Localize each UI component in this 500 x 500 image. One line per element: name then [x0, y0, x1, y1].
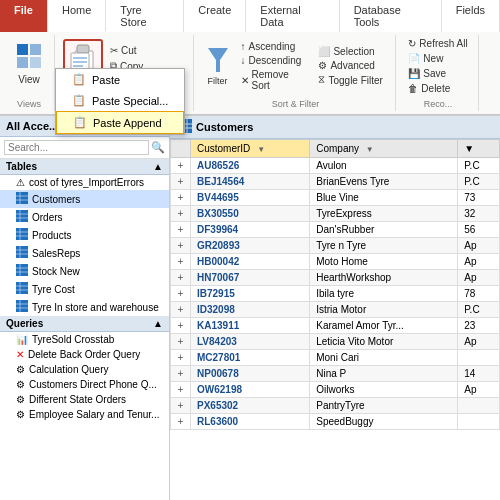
- expand-icon[interactable]: +: [178, 240, 184, 251]
- refresh-all-button[interactable]: ↻ Refresh All: [404, 37, 471, 50]
- expand-icon[interactable]: +: [178, 192, 184, 203]
- context-paste-special[interactable]: 📋 Paste Special...: [56, 90, 184, 111]
- salesreps-icon: [16, 246, 28, 260]
- expand-cell[interactable]: +: [171, 190, 191, 206]
- extra-cell: Ap: [458, 254, 500, 270]
- customerid-header[interactable]: CustomerID ▼: [191, 140, 310, 158]
- expand-icon[interactable]: +: [178, 304, 184, 315]
- nav-item-orders[interactable]: Orders: [0, 208, 169, 226]
- toggle-filter-icon: ⧖: [318, 74, 325, 86]
- expand-cell[interactable]: +: [171, 398, 191, 414]
- expand-cell[interactable]: +: [171, 222, 191, 238]
- expand-icon[interactable]: +: [178, 288, 184, 299]
- expand-icon[interactable]: +: [178, 176, 184, 187]
- nav-item-tyresold-crosstab[interactable]: 📊 TyreSold Crosstab: [0, 332, 169, 347]
- extra-col-header[interactable]: ▼: [458, 140, 500, 158]
- nav-search-input[interactable]: [4, 140, 149, 155]
- expand-cell[interactable]: +: [171, 158, 191, 174]
- view-button[interactable]: View: [10, 37, 48, 89]
- search-icon[interactable]: 🔍: [151, 141, 165, 154]
- expand-cell[interactable]: +: [171, 382, 191, 398]
- nav-item-delete-backorder[interactable]: ✕ Delete Back Order Query: [0, 347, 169, 362]
- svg-rect-1: [30, 44, 41, 55]
- nav-item-different-state[interactable]: ⚙ Different State Orders: [0, 392, 169, 407]
- nav-item-employee-salary[interactable]: ⚙ Employee Salary and Tenur...: [0, 407, 169, 422]
- expand-cell[interactable]: +: [171, 318, 191, 334]
- nav-item-products[interactable]: Products: [0, 226, 169, 244]
- company-cell: Moni Cari: [310, 350, 458, 366]
- expand-icon[interactable]: +: [178, 224, 184, 235]
- expand-icon[interactable]: +: [178, 416, 184, 427]
- tab-external-data[interactable]: External Data: [246, 0, 339, 32]
- context-paste[interactable]: 📋 Paste: [56, 69, 184, 90]
- company-filter-arrow[interactable]: ▼: [366, 145, 374, 154]
- expand-icon[interactable]: +: [178, 272, 184, 283]
- view-icon: [15, 42, 43, 74]
- tab-file[interactable]: File: [0, 0, 48, 32]
- context-paste-append[interactable]: 📋 Paste Append: [56, 111, 184, 134]
- expand-cell[interactable]: +: [171, 174, 191, 190]
- expand-cell[interactable]: +: [171, 238, 191, 254]
- tab-create[interactable]: Create: [184, 0, 246, 32]
- extra-filter-arrow[interactable]: ▼: [464, 143, 474, 154]
- filter-button[interactable]: Filter: [202, 40, 234, 92]
- expand-cell[interactable]: +: [171, 254, 191, 270]
- expand-icon[interactable]: +: [178, 256, 184, 267]
- selection-button[interactable]: ⬜ Selection: [314, 45, 389, 58]
- customerid-filter-arrow[interactable]: ▼: [257, 145, 265, 154]
- descending-button[interactable]: ↓ Descending: [237, 54, 312, 67]
- nav-section-queries[interactable]: Queries ▲: [0, 316, 169, 332]
- tab-tyre-store[interactable]: Tyre Store: [106, 0, 184, 32]
- save-button[interactable]: 💾 Save: [404, 67, 471, 80]
- expand-icon[interactable]: +: [178, 320, 184, 331]
- orders-icon: [16, 210, 28, 224]
- nav-item-stock-new[interactable]: Stock New: [0, 262, 169, 280]
- remove-sort-button[interactable]: ✕ Remove Sort: [237, 68, 312, 92]
- nav-item-customers-direct[interactable]: ⚙ Customers Direct Phone Q...: [0, 377, 169, 392]
- extra-cell: Ap: [458, 238, 500, 254]
- toggle-filter-button[interactable]: ⧖ Toggle Filter: [314, 73, 389, 87]
- expand-cell[interactable]: +: [171, 286, 191, 302]
- table-row: + AU86526 Avulon P.C: [171, 158, 500, 174]
- new-button[interactable]: 📄 New: [404, 52, 471, 65]
- tab-home[interactable]: Home: [48, 0, 106, 32]
- nav-item-tyre-cost[interactable]: Tyre Cost: [0, 280, 169, 298]
- expand-icon[interactable]: +: [178, 352, 184, 363]
- ascending-button[interactable]: ↑ Ascending: [237, 40, 312, 53]
- expand-icon[interactable]: +: [178, 160, 184, 171]
- expand-cell[interactable]: +: [171, 366, 191, 382]
- company-cell: TyreExpress: [310, 206, 458, 222]
- tab-fields[interactable]: Fields: [442, 0, 500, 32]
- nav-item-salesreps[interactable]: SalesReps: [0, 244, 169, 262]
- nav-item-cost-tyres[interactable]: ⚠ cost of tyres_ImportErrors: [0, 175, 169, 190]
- company-cell: Ibila tyre: [310, 286, 458, 302]
- nav-item-calculation-query[interactable]: ⚙ Calculation Query: [0, 362, 169, 377]
- nav-section-tables[interactable]: Tables ▲: [0, 159, 169, 175]
- expand-cell[interactable]: +: [171, 414, 191, 430]
- expand-cell[interactable]: +: [171, 206, 191, 222]
- expand-cell[interactable]: +: [171, 350, 191, 366]
- extra-cell: Ap: [458, 270, 500, 286]
- expand-icon[interactable]: +: [178, 208, 184, 219]
- tables-section-arrow: ▲: [153, 161, 163, 172]
- expand-icon[interactable]: +: [178, 400, 184, 411]
- company-cell: Dan'sRubber: [310, 222, 458, 238]
- expand-cell[interactable]: +: [171, 270, 191, 286]
- filter-icon: [207, 46, 229, 76]
- delete-button[interactable]: 🗑 Delete: [404, 82, 471, 95]
- advanced-icon: ⚙: [318, 60, 327, 71]
- nav-item-tyre-store-warehouse[interactable]: Tyre In store and warehouse: [0, 298, 169, 316]
- tab-database-tools[interactable]: Database Tools: [340, 0, 442, 32]
- expand-icon[interactable]: +: [178, 336, 184, 347]
- expand-icon[interactable]: +: [178, 368, 184, 379]
- customer-id-cell: HB00042: [191, 254, 310, 270]
- expand-cell[interactable]: +: [171, 334, 191, 350]
- extra-cell: [458, 350, 500, 366]
- expand-icon[interactable]: +: [178, 384, 184, 395]
- table-item-icon-customers: [16, 192, 28, 206]
- advanced-button[interactable]: ⚙ Advanced: [314, 59, 389, 72]
- expand-cell[interactable]: +: [171, 302, 191, 318]
- cut-button[interactable]: ✂ Cut: [106, 44, 187, 57]
- nav-item-customers[interactable]: Customers: [0, 190, 169, 208]
- company-header[interactable]: Company ▼: [310, 140, 458, 158]
